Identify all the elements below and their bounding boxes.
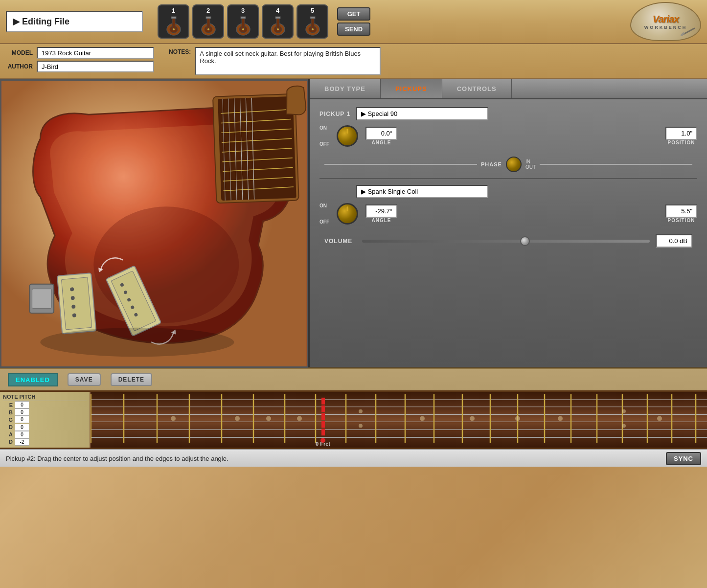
string-pitch-A[interactable] (15, 431, 29, 438)
svg-rect-49 (62, 277, 92, 330)
svg-rect-106 (321, 398, 325, 405)
preset-btn-3[interactable]: 3 (227, 4, 259, 39)
pickup1-off-label: OFF (319, 141, 329, 147)
pickup2-selector[interactable]: ▶ Spank Single Coil (356, 185, 488, 198)
tab-pickups[interactable]: PICKUPS (381, 79, 442, 98)
enabled-button[interactable]: ENABLED (8, 373, 58, 386)
pickup2-on-off: ON OFF (319, 203, 329, 225)
pickup2-position-value[interactable]: 5.5" (665, 204, 697, 218)
preset-guitar-icon-2 (199, 13, 218, 36)
pickup1-position-group: 1.0" POSITION (665, 127, 697, 145)
phase-knob[interactable] (506, 157, 522, 172)
preset-guitar-icon-4 (268, 13, 288, 36)
preset-num-4: 4 (276, 7, 279, 14)
string-pitch-G[interactable] (15, 416, 29, 423)
pickup2-angle-group: -29.7° ANGLE (365, 204, 397, 223)
pickup1-section: PICKUP 1 ▶ Special 90 ON OFF 0.0° ANGLE (319, 107, 697, 147)
author-input[interactable] (37, 61, 154, 72)
pitch-header: PITCH (18, 394, 37, 400)
pickup2-controls-row: ON OFF -29.7° ANGLE 5.5" POSITION (319, 203, 697, 225)
string-name-A: A (3, 431, 13, 437)
svg-rect-17 (276, 18, 279, 29)
string-name-D2: D (3, 439, 13, 445)
string-pitch-E[interactable] (15, 401, 29, 408)
phase-label: PHASE (481, 161, 502, 167)
pickup-content: PICKUP 1 ▶ Special 90 ON OFF 0.0° ANGLE (310, 99, 707, 367)
svg-point-101 (515, 416, 520, 421)
svg-point-98 (359, 424, 363, 428)
variax-logo: Variax WORKBENCH (630, 2, 701, 41)
pickup1-position-value[interactable]: 1.0" (665, 127, 697, 140)
svg-point-100 (470, 416, 475, 421)
volume-row: VOLUME 0.0 dB (319, 234, 697, 248)
fret-label: 0 Fret (316, 441, 330, 447)
sync-button[interactable]: SYNC (666, 452, 701, 465)
svg-rect-8 (206, 17, 211, 19)
svg-rect-22 (311, 18, 314, 29)
author-row: AUTHOR (6, 61, 154, 72)
delete-button[interactable]: DELETE (111, 373, 152, 386)
string-row-B: B (3, 408, 87, 416)
string-pitch-B[interactable] (15, 408, 29, 416)
pickup2-knob[interactable] (337, 203, 358, 225)
svg-point-93 (171, 416, 176, 421)
svg-rect-18 (275, 17, 280, 19)
fretboard-svg (91, 392, 707, 448)
svg-rect-2 (172, 18, 175, 29)
string-name-B: B (3, 409, 13, 415)
string-name-E: E (3, 402, 13, 408)
screwdriver-icon (681, 26, 695, 36)
editing-file-box: ▶ Editing File (6, 11, 143, 32)
svg-rect-108 (321, 413, 325, 420)
phase-out-label: OUT (525, 164, 536, 170)
svg-rect-109 (321, 421, 325, 428)
string-pitch-D[interactable] (15, 424, 29, 431)
bottom-controls: ENABLED SAVE DELETE (0, 369, 707, 390)
preset-guitar-icon-1 (164, 13, 183, 36)
phase-in-label: IN (525, 159, 536, 164)
pickup2-angle-value[interactable]: -29.7° (365, 204, 397, 218)
volume-label: VOLUME (324, 238, 356, 245)
note-header: NOTE (3, 394, 18, 400)
bottom-area: ENABLED SAVE DELETE NOTE PITCH E B (0, 368, 707, 449)
notes-label: NOTES: (169, 47, 191, 55)
model-row: MODEL (6, 47, 154, 59)
pickup1-selector-row: PICKUP 1 ▶ Special 90 (319, 107, 697, 120)
pickup1-knob[interactable] (337, 125, 358, 147)
pickup1-selector-text: ▶ Special 90 (361, 110, 397, 117)
preset-btn-5[interactable]: 5 (296, 4, 328, 39)
in-out-labels: IN OUT (525, 159, 536, 170)
save-button[interactable]: SAVE (68, 373, 101, 386)
svg-point-19 (277, 28, 279, 30)
preset-btn-1[interactable]: 1 (158, 4, 189, 39)
svg-line-26 (682, 33, 684, 35)
preset-num-5: 5 (311, 7, 314, 14)
pickup1-on-label: ON (319, 125, 329, 131)
pickup2-position-label: POSITION (668, 218, 695, 223)
pickup1-selector[interactable]: ▶ Special 90 (356, 107, 488, 120)
pickup1-angle-value[interactable]: 0.0° (365, 127, 397, 140)
pickup2-selector-row: ▶ Spank Single Coil (319, 185, 697, 198)
preset-btn-4[interactable]: 4 (262, 4, 294, 39)
get-button[interactable]: GET (337, 7, 370, 21)
tab-bar: BODY TYPE PICKUPS CONTROLS (310, 79, 707, 99)
string-labels-panel: NOTE PITCH E B G D (0, 392, 91, 448)
model-input[interactable] (37, 47, 154, 59)
preset-guitar-icon-5 (303, 13, 322, 36)
send-button[interactable]: SEND (337, 23, 370, 36)
pickup2-section: ▶ Spank Single Coil ON OFF -29.7° ANGLE (319, 185, 697, 225)
preset-num-2: 2 (206, 7, 210, 14)
volume-slider-thumb[interactable] (520, 236, 530, 246)
volume-slider[interactable] (362, 240, 650, 243)
fretboard-container: NOTE PITCH E B G D (0, 390, 707, 449)
notes-text[interactable]: A single coil set neck guitar. Best for … (195, 47, 381, 75)
volume-value[interactable]: 0.0 dB (656, 234, 692, 248)
editing-file-label: ▶ Editing File (13, 16, 69, 27)
divider-line (319, 178, 697, 179)
phase-line-right (540, 164, 692, 165)
tab-controls[interactable]: CONTROLS (442, 79, 512, 98)
tab-body-type[interactable]: BODY TYPE (310, 79, 381, 98)
preset-btn-2[interactable]: 2 (192, 4, 224, 39)
string-pitch-D2[interactable] (15, 438, 29, 446)
svg-point-104 (622, 424, 626, 428)
